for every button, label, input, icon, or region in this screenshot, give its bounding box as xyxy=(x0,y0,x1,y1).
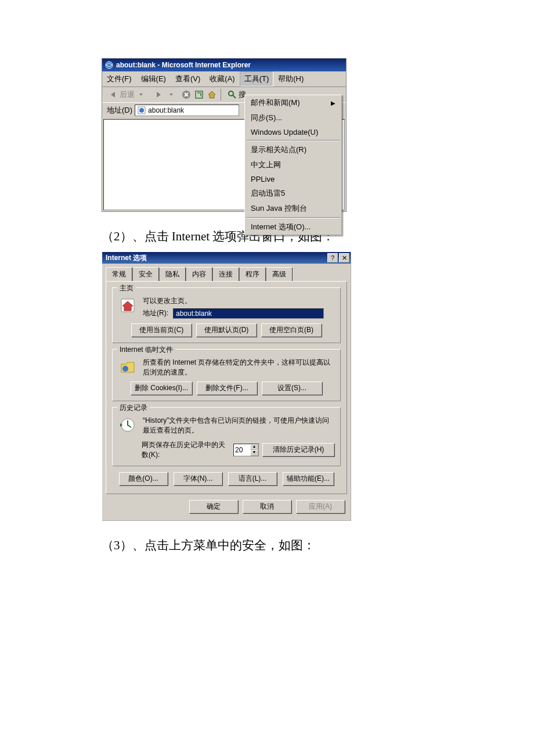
forward-button[interactable] xyxy=(150,89,180,100)
menu-file[interactable]: 文件(F) xyxy=(102,71,136,87)
stop-icon[interactable] xyxy=(181,89,192,100)
svg-point-0 xyxy=(106,62,113,69)
menu-separator xyxy=(246,217,340,218)
menu-item-pplive[interactable]: PPLive xyxy=(245,172,341,186)
toolbar-separator xyxy=(221,89,221,100)
forward-arrow-icon xyxy=(153,89,164,100)
legend-temp-files: Internet 临时文件 xyxy=(117,345,175,355)
back-label: 后退 xyxy=(120,89,135,100)
history-days-spinner[interactable]: ▲ ▼ xyxy=(233,444,259,456)
temp-settings-button[interactable]: 设置(S)... xyxy=(262,381,322,395)
history-days-label: 网页保存在历史记录中的天数(K): xyxy=(142,440,230,460)
svg-rect-2 xyxy=(196,91,203,98)
back-button[interactable]: 后退 xyxy=(104,89,150,100)
search-icon xyxy=(227,89,237,100)
menu-edit[interactable]: 编辑(E) xyxy=(136,71,171,87)
caption-step-3: （3）、点击上方菜单中的安全，如图： xyxy=(102,537,534,553)
menu-item-windows-update[interactable]: Windows Update(U) xyxy=(245,125,341,139)
refresh-icon[interactable] xyxy=(194,89,204,100)
tab-content[interactable]: 内容 xyxy=(186,267,212,281)
ie-window: about:blank - Microsoft Internet Explore… xyxy=(102,58,347,212)
page-icon xyxy=(138,106,146,114)
history-days-input[interactable] xyxy=(234,444,250,456)
dialog-titlebar: Internet 选项 ? ✕ xyxy=(102,252,351,264)
menu-separator xyxy=(246,140,340,141)
use-blank-button[interactable]: 使用空白页(B) xyxy=(261,323,322,337)
group-homepage: 主页 可以更改主页。 地址(R): about:blank xyxy=(112,287,341,343)
menu-tools[interactable]: 工具(T) xyxy=(240,71,274,87)
menu-help[interactable]: 帮助(H) xyxy=(273,71,308,87)
menu-item-sync[interactable]: 同步(S)... xyxy=(245,110,341,125)
menu-favorites[interactable]: 收藏(A) xyxy=(205,71,239,87)
tab-page-general: 主页 可以更改主页。 地址(R): about:blank xyxy=(106,281,347,494)
homepage-desc: 可以更改主页。 xyxy=(143,296,334,306)
spin-down-icon[interactable]: ▼ xyxy=(250,450,258,456)
temp-files-icon xyxy=(118,358,137,376)
tab-connections[interactable]: 连接 xyxy=(212,267,239,281)
svg-point-8 xyxy=(122,366,128,372)
address-value: about:blank xyxy=(148,106,184,114)
help-button[interactable]: ? xyxy=(327,253,338,262)
apply-button[interactable]: 应用(A) xyxy=(296,500,345,513)
menu-item-internet-options[interactable]: Internet 选项(O)... xyxy=(245,219,341,235)
menu-item-java-console[interactable]: Sun Java 控制台 xyxy=(245,201,341,216)
colors-button[interactable]: 颜色(O)... xyxy=(119,472,168,485)
address-box[interactable]: about:blank xyxy=(135,105,239,116)
ie-window-title: about:blank - Microsoft Internet Explore… xyxy=(116,61,251,69)
use-current-button[interactable]: 使用当前页(C) xyxy=(131,323,192,337)
tab-general[interactable]: 常规 xyxy=(106,267,132,281)
menu-item-mail[interactable]: 邮件和新闻(M)▶ xyxy=(245,95,341,110)
tools-dropdown-menu: 邮件和新闻(M)▶ 同步(S)... Windows Update(U) 显示相… xyxy=(244,95,342,235)
ok-button[interactable]: 确定 xyxy=(189,500,238,513)
ie-menubar: 文件(F) 编辑(E) 查看(V) 收藏(A) 工具(T) 帮助(H) xyxy=(102,71,346,87)
menu-item-chinese-net[interactable]: 中文上网 xyxy=(245,157,341,172)
dialog-footer: 确定 取消 应用(A) xyxy=(102,494,351,520)
accessibility-button[interactable]: 辅助功能(E)... xyxy=(283,472,334,485)
dropdown-icon xyxy=(136,89,146,100)
internet-options-dialog: Internet 选项 ? ✕ 常规 安全 隐私 内容 连接 程序 高级 主页 xyxy=(102,251,351,521)
ie-app-icon xyxy=(104,60,114,70)
legend-history: 历史记录 xyxy=(117,403,150,413)
svg-point-6 xyxy=(139,108,144,113)
dropdown-icon xyxy=(166,89,176,100)
delete-files-button[interactable]: 删除文件(F)... xyxy=(197,381,257,395)
home-icon[interactable] xyxy=(207,89,217,100)
tab-programs[interactable]: 程序 xyxy=(239,267,266,281)
spin-up-icon[interactable]: ▲ xyxy=(250,444,258,450)
clear-history-button[interactable]: 清除历史记录(H) xyxy=(262,443,334,456)
languages-button[interactable]: 语言(L)... xyxy=(228,472,277,485)
fonts-button[interactable]: 字体(N)... xyxy=(174,472,222,485)
back-arrow-icon xyxy=(108,89,118,100)
address-field-label: 地址(R): xyxy=(143,308,168,318)
history-desc: “History”文件夹中包含有已访问页的链接，可使用户快速访问最近查看过的页。 xyxy=(143,416,334,435)
group-temp-files: Internet 临时文件 所查看的 Internet 页存储在特定的文件夹中，… xyxy=(112,349,341,402)
menu-item-xunlei[interactable]: 启动迅雷5 xyxy=(245,186,341,201)
cancel-button[interactable]: 取消 xyxy=(243,500,291,513)
home-icon xyxy=(118,296,137,315)
general-bottom-buttons: 颜色(O)... 字体(N)... 语言(L)... 辅助功能(E)... xyxy=(112,472,341,485)
tab-strip: 常规 安全 隐私 内容 连接 程序 高级 xyxy=(102,264,351,281)
group-history: 历史记录 “History”文件夹中包含有已访问页的链接，可使用户快速访问最近查… xyxy=(112,407,341,466)
temp-files-desc: 所查看的 Internet 页存储在特定的文件夹中，这样可以提高以后浏览的速度。 xyxy=(143,358,334,377)
address-label: 地址(D) xyxy=(104,104,135,117)
tab-privacy[interactable]: 隐私 xyxy=(159,267,186,281)
tab-security[interactable]: 安全 xyxy=(132,267,159,281)
svg-point-3 xyxy=(229,91,233,96)
menu-item-related-sites[interactable]: 显示相关站点(R) xyxy=(245,142,341,157)
history-icon xyxy=(118,416,137,434)
use-default-button[interactable]: 使用默认页(D) xyxy=(196,323,257,337)
close-button[interactable]: ✕ xyxy=(339,253,349,262)
submenu-arrow-icon: ▶ xyxy=(331,100,335,106)
legend-homepage: 主页 xyxy=(117,283,136,293)
menu-view[interactable]: 查看(V) xyxy=(171,71,205,87)
ie-titlebar: about:blank - Microsoft Internet Explore… xyxy=(102,59,346,71)
homepage-address-input[interactable]: about:blank xyxy=(173,308,324,319)
dialog-title: Internet 选项 xyxy=(106,253,147,263)
tab-advanced[interactable]: 高级 xyxy=(266,267,293,281)
svg-line-4 xyxy=(233,95,236,98)
delete-cookies-button[interactable]: 删除 Cookies(I)... xyxy=(131,381,192,395)
